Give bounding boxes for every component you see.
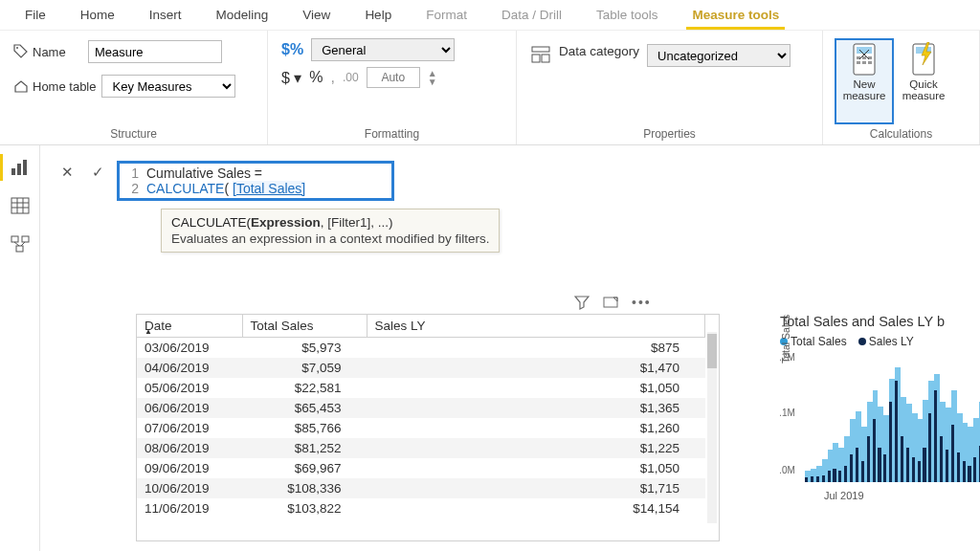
menu-table-tools[interactable]: Table tools bbox=[579, 1, 676, 29]
line-number: 2 bbox=[123, 181, 139, 196]
table-visual[interactable]: Date▲ Total Sales Sales LY 03/06/2019$5,… bbox=[136, 314, 720, 541]
formula-editor[interactable]: 1 Cumulative Sales = 2 CALCULATE( [Total… bbox=[117, 161, 394, 201]
table-row[interactable]: 05/06/2019$22,581$1,050 bbox=[137, 378, 705, 398]
new-measure-button[interactable]: New measure bbox=[836, 40, 892, 122]
svg-line-25 bbox=[14, 242, 19, 246]
y-tick: $0.2M bbox=[780, 352, 795, 363]
y-tick: $0.1M bbox=[780, 408, 795, 418]
svg-rect-14 bbox=[11, 168, 15, 175]
ribbon: Name Home table Key Measures Structure bbox=[0, 31, 980, 145]
svg-rect-11 bbox=[868, 61, 872, 64]
svg-point-0 bbox=[16, 47, 18, 49]
svg-rect-16 bbox=[23, 160, 27, 175]
commit-formula-button[interactable]: ✓ bbox=[86, 161, 109, 184]
chart-legend: Total Sales Sales LY bbox=[780, 335, 980, 348]
calculator-lightning-icon bbox=[908, 42, 939, 77]
percent-button[interactable]: % bbox=[309, 69, 323, 86]
y-tick: $0.0M bbox=[780, 465, 795, 475]
table-row[interactable]: 07/06/2019$85,766$1,260 bbox=[137, 418, 705, 438]
decimal-places-input[interactable] bbox=[367, 67, 420, 88]
formatting-group-title: Formatting bbox=[281, 127, 502, 141]
format-select[interactable]: General bbox=[311, 38, 455, 61]
table-row[interactable]: 03/06/2019$5,973$875 bbox=[137, 338, 705, 359]
data-view-button[interactable] bbox=[8, 195, 33, 216]
menu-file[interactable]: File bbox=[8, 1, 63, 29]
home-icon bbox=[13, 78, 29, 94]
col-header-total-sales[interactable]: Total Sales bbox=[242, 315, 367, 338]
intellisense-tooltip: CALCULATE(Expression, [Filter1], ...) Ev… bbox=[161, 209, 500, 253]
table-row[interactable]: 06/06/2019$65,453$1,365 bbox=[137, 398, 705, 418]
more-options-icon[interactable]: ••• bbox=[632, 295, 652, 310]
home-table-label: Home table bbox=[13, 78, 96, 94]
quick-measure-button[interactable]: Quick measure bbox=[896, 40, 951, 122]
tag-icon bbox=[13, 44, 29, 59]
table-row[interactable]: 09/06/2019$69,967$1,050 bbox=[137, 458, 705, 478]
currency-button[interactable]: $ ▾ bbox=[281, 69, 301, 87]
menu-bar: File Home Insert Modeling View Help Form… bbox=[0, 0, 980, 31]
svg-rect-17 bbox=[11, 198, 29, 213]
svg-rect-15 bbox=[17, 164, 21, 175]
table-row[interactable]: 08/06/2019$81,252$1,225 bbox=[137, 438, 705, 458]
properties-group-title: Properties bbox=[530, 127, 809, 141]
svg-line-26 bbox=[21, 242, 25, 246]
sort-asc-icon: ▲ bbox=[145, 327, 152, 336]
data-category-label: Data category bbox=[559, 44, 639, 58]
table-scrollbar[interactable] bbox=[707, 332, 717, 523]
calculations-group-title: Calculations bbox=[836, 127, 966, 141]
svg-rect-23 bbox=[22, 236, 29, 242]
structure-group-title: Structure bbox=[13, 127, 254, 141]
formula-bar: ✕ ✓ 1 Cumulative Sales = 2 CALCULATE( [T… bbox=[56, 161, 394, 201]
svg-rect-2 bbox=[532, 55, 540, 62]
visual-header: ••• bbox=[574, 295, 652, 310]
cancel-formula-button[interactable]: ✕ bbox=[56, 161, 78, 184]
menu-measure-tools[interactable]: Measure tools bbox=[675, 1, 796, 29]
table-row[interactable]: 04/06/2019$7,059$1,470 bbox=[137, 358, 705, 378]
svg-rect-24 bbox=[16, 246, 23, 252]
chart-title: Total Sales and Sales LY b bbox=[780, 314, 980, 329]
measure-name-input[interactable] bbox=[88, 40, 222, 63]
focus-mode-icon[interactable] bbox=[603, 295, 618, 310]
filter-icon[interactable] bbox=[574, 295, 590, 310]
menu-data-drill[interactable]: Data / Drill bbox=[484, 1, 579, 29]
x-axis-label: Jul 2019 bbox=[824, 490, 864, 501]
table-row[interactable]: 11/06/2019$103,822$14,154 bbox=[137, 498, 705, 518]
chart-visual[interactable]: Total Sales and Sales LY b Total Sales S… bbox=[780, 314, 980, 534]
line-number: 1 bbox=[123, 165, 139, 181]
comma-button[interactable]: , bbox=[331, 69, 335, 86]
data-category-icon bbox=[530, 44, 551, 65]
name-label: Name bbox=[13, 44, 82, 59]
model-view-button[interactable] bbox=[8, 233, 33, 254]
svg-rect-9 bbox=[857, 61, 860, 64]
table-row[interactable]: 10/06/2019$108,336$1,715 bbox=[137, 478, 705, 498]
menu-insert[interactable]: Insert bbox=[132, 1, 199, 29]
format-paint-icon: $% bbox=[281, 41, 303, 58]
col-header-sales-ly[interactable]: Sales LY bbox=[367, 315, 705, 338]
data-category-select[interactable]: Uncategorized bbox=[647, 44, 791, 67]
view-switcher bbox=[0, 145, 40, 551]
report-view-button[interactable] bbox=[8, 157, 33, 178]
svg-rect-10 bbox=[862, 61, 866, 64]
col-header-date[interactable]: Date▲ bbox=[137, 315, 242, 338]
calculator-icon bbox=[849, 42, 880, 77]
menu-modeling[interactable]: Modeling bbox=[199, 1, 286, 29]
home-table-select[interactable]: Key Measures bbox=[101, 75, 235, 98]
svg-rect-3 bbox=[542, 55, 549, 62]
menu-help[interactable]: Help bbox=[347, 1, 409, 29]
menu-home[interactable]: Home bbox=[63, 1, 132, 29]
legend-dot-icon bbox=[858, 338, 866, 345]
svg-rect-22 bbox=[11, 236, 18, 242]
stepper-icon[interactable]: ▲▼ bbox=[428, 69, 437, 86]
formula-text: CALCULATE( [Total Sales] bbox=[146, 181, 305, 196]
formula-text: Cumulative Sales = bbox=[146, 165, 262, 181]
menu-format[interactable]: Format bbox=[409, 1, 484, 29]
menu-view[interactable]: View bbox=[285, 1, 347, 29]
svg-rect-1 bbox=[532, 47, 549, 52]
decimal-button[interactable]: .00 bbox=[343, 71, 359, 84]
